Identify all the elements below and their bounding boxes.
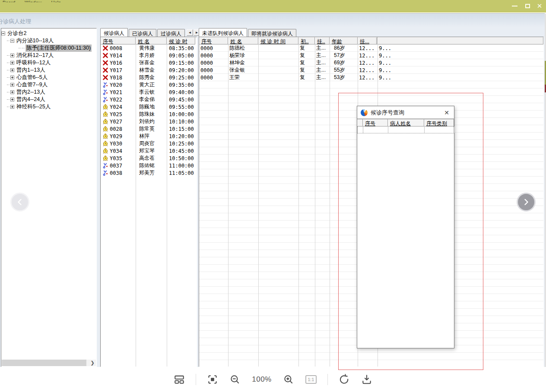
patient-name-cell: 杨荣珍	[228, 52, 258, 59]
waiting-tab-2[interactable]: 过诊病人	[157, 29, 185, 37]
waiting-patient-row[interactable]: Y014李月娇09:05:00	[101, 52, 197, 59]
zoom-in-button[interactable]	[283, 374, 294, 385]
waiting-patient-row[interactable]: Y018陈秀金09:25:00	[101, 74, 197, 81]
queue-patient-row[interactable]: 0000张金银复主...55岁12...9...	[199, 66, 543, 74]
waiting-patient-row[interactable]: Y024陈巍地09:55:00	[101, 103, 197, 111]
plus-expander-icon[interactable]	[10, 61, 14, 65]
tree-item[interactable]: 内分泌10--18人	[1, 37, 96, 44]
queue-patient-row[interactable]: 0000杨荣珍复主...57岁12...9...	[199, 52, 543, 59]
tree-horizontal-scrollbar[interactable]: ❯	[2, 360, 96, 366]
tree-item[interactable]: 心血管6--5人	[1, 74, 96, 81]
next-image-button[interactable]	[517, 193, 536, 212]
plus-expander-icon[interactable]	[10, 76, 14, 79]
tree-item[interactable]: 普内2--13人	[1, 89, 96, 96]
waiting-patient-row[interactable]: 0008黄伟康08:35:00	[101, 44, 197, 52]
column-header[interactable]: 姓 名	[136, 37, 167, 44]
waiting-patient-row[interactable]: Y020黄大正09:35:00	[101, 81, 197, 89]
column-header[interactable]: 候 诊 时	[167, 37, 195, 44]
waiting-patient-row[interactable]: Y017林雪金09:20:00	[101, 66, 197, 74]
column-header[interactable]: 序号	[199, 37, 228, 44]
menu-item-help[interactable]: Help	[51, 0, 61, 2]
menu-item-board[interactable]: Board	[3, 0, 15, 2]
tree-item[interactable]: 心血管7--9人	[1, 81, 96, 89]
plus-expander-icon[interactable]	[10, 54, 14, 57]
waiting-patient-row[interactable]: Y025陈珠妹10:00:00	[101, 111, 197, 118]
patient-seq-number: 0008	[110, 45, 122, 51]
waiting-patient-row[interactable]: Y027刘依灼10:10:00	[101, 118, 197, 125]
queue-patient-row[interactable]: 0000王荣复主...53岁12...9...	[199, 74, 543, 81]
minus-expander-icon[interactable]	[1, 32, 5, 35]
tree-item[interactable]: 陈予(主任医师08:00-11:30)	[1, 44, 96, 52]
waiting-patient-row[interactable]: Y021李云钦09:40:00	[101, 89, 197, 96]
plus-expander-icon[interactable]	[10, 68, 14, 72]
menu-bar[interactable]: BoardWindowHelp	[3, 0, 61, 2]
actual-size-button[interactable]: 1:1	[305, 375, 317, 384]
column-header[interactable]: 序号	[101, 37, 136, 44]
tab-scroll-left-icon[interactable]: ◄	[187, 29, 193, 36]
window-close-button[interactable]: ✕	[536, 3, 543, 9]
waiting-patient-row[interactable]: Y030周炎官10:25:00	[101, 140, 197, 147]
waiting-patient-row[interactable]: Y034郑宝琴10:45:00	[101, 147, 197, 155]
window-minimize-button[interactable]	[511, 3, 518, 9]
tree-connector-line	[7, 41, 10, 41]
column-header[interactable]: 序号	[363, 119, 388, 126]
queue-tab-0[interactable]: 未进队列候诊病人	[199, 28, 247, 37]
queue-patient-row[interactable]: 0000陈德松复主...86岁12...9...	[199, 44, 543, 52]
toolbar-divider	[196, 374, 196, 385]
waiting-tab-1[interactable]: 已诊病人	[129, 29, 156, 37]
tree-item[interactable]: 呼吸科9--12人	[1, 59, 96, 66]
waiting-patient-row[interactable]: Y035高念苍10:50:00	[101, 155, 197, 162]
tree-item[interactable]: 消化科12--17人	[1, 52, 96, 59]
previous-image-button[interactable]	[10, 193, 29, 212]
waiting-tab-0[interactable]: 候诊病人	[100, 28, 128, 37]
waiting-patient-row[interactable]: 0037陈佑铭11:00:00	[101, 162, 197, 169]
tree-item[interactable]: 分诊台2	[1, 30, 96, 37]
plus-expander-icon[interactable]	[10, 98, 14, 101]
thumbnails-button[interactable]	[174, 374, 185, 385]
column-header[interactable]: 病人姓名	[388, 119, 424, 126]
tree-item[interactable]: 普内1--13人	[1, 66, 96, 74]
column-header[interactable]	[378, 37, 543, 44]
tree-item[interactable]: 神经科5--25人	[1, 103, 96, 111]
zoom-out-button[interactable]	[229, 374, 241, 385]
waiting-patient-row[interactable]: Y022李金俤09:45:00	[101, 96, 197, 103]
fit-to-window-button[interactable]	[207, 374, 218, 385]
dialog-empty-row[interactable]	[357, 126, 454, 133]
seq-cell: Y022	[101, 97, 136, 103]
dialog-close-button[interactable]: ✕	[443, 109, 451, 116]
column-header[interactable]: 挂..	[315, 37, 330, 44]
plus-expander-icon[interactable]	[10, 90, 14, 94]
queue-patient-row[interactable]: 0000林坤金复主...69岁12...9...	[199, 59, 543, 66]
waiting-time-cell: 09:40:00	[167, 89, 195, 95]
column-header[interactable]: 初..	[298, 37, 315, 44]
waiting-patient-row[interactable]: 0038郑美芳11:05:00	[101, 169, 197, 177]
patient-seq-cell: 0000	[199, 53, 228, 59]
waiting-patient-row[interactable]: Y029林萍10:20:00	[101, 133, 197, 140]
column-header[interactable]	[357, 119, 363, 126]
waiting-patient-row[interactable]: Y016张喜金09:15:00	[101, 59, 197, 66]
column-header[interactable]: 候 诊 时 间	[258, 37, 298, 44]
column-header[interactable]: 年龄	[330, 37, 358, 44]
patient-name-cell: 郑美芳	[136, 169, 167, 177]
column-header[interactable]: 挂...	[358, 37, 378, 44]
waiting-patient-row[interactable]: 0028陈常英10:15:00	[101, 125, 197, 133]
rotate-button[interactable]	[339, 374, 350, 385]
download-button[interactable]	[361, 374, 372, 385]
plus-expander-icon[interactable]	[10, 83, 14, 87]
column-header[interactable]: 序号类别	[424, 119, 454, 126]
scrollbar-thumb[interactable]	[2, 360, 86, 366]
waiting-time-cell: 10:00:00	[167, 111, 195, 117]
column-header[interactable]: 姓 名	[228, 37, 258, 44]
menu-item-window[interactable]: Window	[25, 0, 41, 2]
column-header-label: 序号类别	[426, 120, 447, 126]
dialog-titlebar[interactable]: 候诊序号查询 ✕	[357, 106, 454, 119]
plus-expander-icon[interactable]	[10, 105, 14, 109]
grid-column-line	[330, 44, 330, 367]
minus-expander-icon[interactable]	[10, 39, 14, 43]
tree-item[interactable]: 普内4--24人	[1, 96, 96, 103]
window-maximize-button[interactable]	[524, 3, 531, 9]
rotate-icon	[339, 374, 350, 385]
column-header-label: 候 诊 时	[169, 38, 187, 44]
scrollbar-right-arrow[interactable]: ❯	[89, 360, 96, 366]
queue-tab-1[interactable]: 即将就诊候诊病人	[248, 29, 296, 37]
